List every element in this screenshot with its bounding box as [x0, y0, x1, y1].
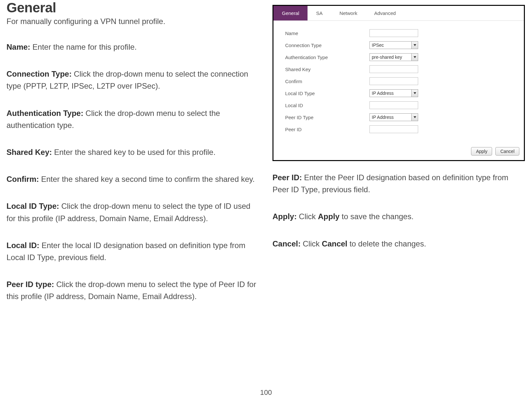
- input-confirm[interactable]: [369, 77, 418, 85]
- select-value: IP Address: [372, 115, 393, 120]
- tab-sa[interactable]: SA: [308, 6, 331, 20]
- tab-general[interactable]: General: [273, 6, 308, 20]
- desc-post: to save the changes.: [340, 212, 414, 221]
- desc-shared-key: Shared Key: Enter the shared key to be u…: [6, 146, 260, 158]
- button-row: Apply Cancel: [273, 145, 524, 160]
- input-peer-id[interactable]: [369, 125, 418, 133]
- desc-label: Local ID:: [6, 241, 39, 250]
- desc-label: Peer ID type:: [6, 280, 54, 289]
- desc-label: Confirm:: [6, 175, 39, 183]
- input-name[interactable]: [369, 29, 418, 37]
- label-authentication-type: Authentication Type: [285, 55, 369, 60]
- vpn-config-panel: General SA Network Advanced Name Connect…: [272, 5, 525, 161]
- chevron-down-icon: [411, 114, 418, 121]
- label-local-id: Local ID: [285, 103, 369, 108]
- desc-authentication-type: Authentication Type: Click the drop-down…: [6, 107, 260, 131]
- label-name: Name: [285, 31, 369, 36]
- desc-local-id: Local ID: Enter the local ID designation…: [6, 239, 260, 263]
- apply-button[interactable]: Apply: [471, 147, 492, 156]
- label-peer-id-type: Peer ID Type: [285, 115, 369, 120]
- row-local-id: Local ID: [285, 101, 512, 109]
- label-confirm: Confirm: [285, 79, 369, 84]
- svg-marker-1: [414, 56, 416, 58]
- desc-strong: Cancel: [322, 239, 347, 248]
- desc-text: Enter the local ID designation based on …: [6, 241, 245, 262]
- label-connection-type: Connection Type: [285, 43, 369, 48]
- desc-label: Shared Key:: [6, 148, 52, 157]
- row-peer-id: Peer ID: [285, 125, 512, 133]
- page-number: 100: [260, 388, 272, 397]
- row-shared-key: Shared Key: [285, 65, 512, 73]
- desc-label: Peer ID:: [272, 173, 302, 182]
- tab-network[interactable]: Network: [331, 6, 366, 20]
- select-value: IP Address: [372, 91, 393, 96]
- desc-peer-id: Peer ID: Enter the Peer ID designation b…: [272, 171, 526, 195]
- desc-text: Enter the name for this profile.: [30, 43, 137, 51]
- select-connection-type[interactable]: IPSec: [369, 41, 418, 49]
- chevron-down-icon: [411, 42, 418, 49]
- label-peer-id: Peer ID: [285, 127, 369, 132]
- page-title: General: [6, 0, 260, 16]
- svg-marker-0: [414, 44, 416, 46]
- form-area: Name Connection Type IPSec Authenticatio…: [273, 21, 524, 145]
- right-column: General SA Network Advanced Name Connect…: [272, 0, 526, 317]
- desc-post: to delete the changes.: [347, 239, 426, 248]
- desc-pre: Click: [301, 239, 322, 248]
- desc-label: Local ID Type:: [6, 202, 59, 210]
- label-local-id-type: Local ID Type: [285, 91, 369, 96]
- left-column: General For manually configuring a VPN t…: [6, 0, 260, 317]
- desc-local-id-type: Local ID Type: Click the drop-down menu …: [6, 200, 260, 224]
- desc-name: Name: Enter the name for this profile.: [6, 41, 260, 53]
- desc-label: Cancel:: [272, 239, 301, 248]
- select-value: IPSec: [372, 43, 384, 48]
- row-connection-type: Connection Type IPSec: [285, 41, 512, 49]
- desc-label: Name:: [6, 43, 30, 51]
- row-name: Name: [285, 29, 512, 37]
- desc-label: Connection Type:: [6, 69, 72, 78]
- desc-strong: Apply: [318, 212, 340, 221]
- desc-peer-id-type: Peer ID type: Click the drop-down menu t…: [6, 278, 260, 302]
- svg-marker-3: [414, 116, 416, 118]
- tab-bar: General SA Network Advanced: [273, 6, 524, 21]
- desc-text: Enter the shared key a second time to co…: [39, 175, 255, 183]
- input-shared-key[interactable]: [369, 65, 418, 73]
- desc-pre: Click: [297, 212, 318, 221]
- subtitle: For manually configuring a VPN tunnel pr…: [6, 17, 260, 26]
- tab-advanced[interactable]: Advanced: [366, 6, 404, 20]
- row-confirm: Confirm: [285, 77, 512, 85]
- cancel-button[interactable]: Cancel: [495, 147, 519, 156]
- select-local-id-type[interactable]: IP Address: [369, 89, 418, 97]
- input-local-id[interactable]: [369, 101, 418, 109]
- chevron-down-icon: [411, 90, 418, 97]
- row-authentication-type: Authentication Type pre-shared key: [285, 53, 512, 61]
- desc-label: Apply:: [272, 212, 297, 221]
- row-local-id-type: Local ID Type IP Address: [285, 89, 512, 97]
- svg-marker-2: [414, 92, 416, 94]
- desc-confirm: Confirm: Enter the shared key a second t…: [6, 173, 260, 185]
- select-value: pre-shared key: [372, 55, 402, 60]
- select-peer-id-type[interactable]: IP Address: [369, 113, 418, 121]
- desc-cancel: Cancel: Click Cancel to delete the chang…: [272, 238, 526, 250]
- desc-text: Enter the Peer ID designation based on d…: [272, 173, 508, 194]
- row-peer-id-type: Peer ID Type IP Address: [285, 113, 512, 121]
- label-shared-key: Shared Key: [285, 67, 369, 72]
- chevron-down-icon: [411, 54, 418, 61]
- desc-label: Authentication Type:: [6, 109, 83, 118]
- select-authentication-type[interactable]: pre-shared key: [369, 53, 418, 61]
- desc-text: Enter the shared key to be used for this…: [52, 148, 215, 157]
- desc-apply: Apply: Click Apply to save the changes.: [272, 210, 526, 222]
- desc-connection-type: Connection Type: Click the drop-down men…: [6, 68, 260, 92]
